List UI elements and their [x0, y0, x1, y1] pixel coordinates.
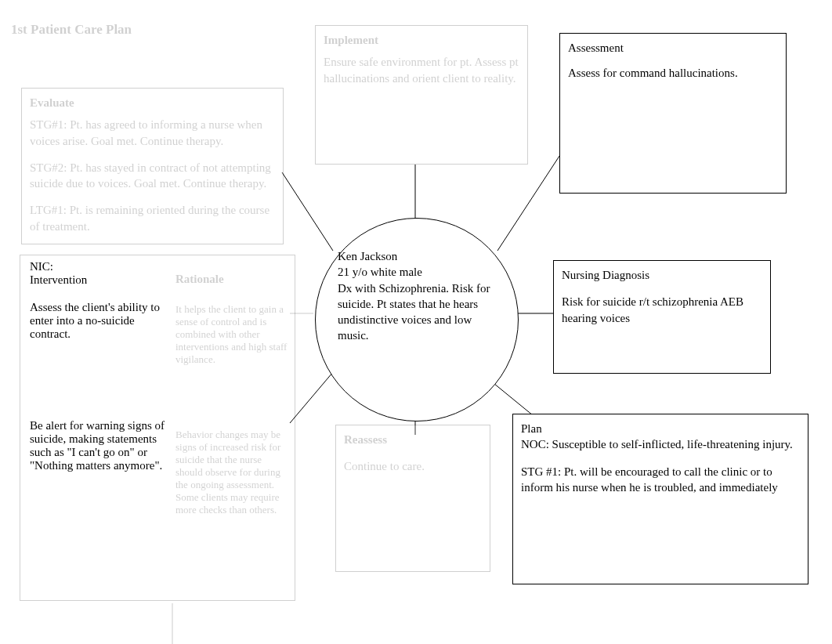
evaluate-box: Evaluate STG#1: Pt. has agreed to inform…: [21, 88, 284, 244]
rationale-r2: Behavior changes may be signs of increas…: [175, 429, 289, 516]
implement-box: Implement Ensure safe environment for pt…: [315, 25, 528, 165]
plan-title: 1st Patient Care Plan: [11, 22, 132, 38]
svg-line-5: [290, 372, 333, 423]
rationale-heading: Rationale: [175, 273, 289, 286]
rationale-column: Rationale It helps the client to gain a …: [175, 273, 289, 516]
patient-summary: Dx with Schizophrenia. Risk for suicide.…: [338, 280, 496, 344]
nursing-diagnosis-body: Risk for suicide r/t schizophrenia AEB h…: [562, 294, 762, 326]
patient-center: Ken Jackson 21 y/o white male Dx with Sc…: [315, 218, 519, 421]
plan-stg1: STG #1: Pt. will be encouraged to call t…: [521, 464, 800, 496]
evaluate-heading: Evaluate: [30, 95, 275, 110]
patient-demo: 21 y/o white male: [338, 264, 496, 280]
evaluate-ltg1: LTG#1: Pt. is remaining oriented during …: [30, 202, 275, 234]
nic-p2: Be alert for warning signs of suicide, m…: [30, 419, 171, 472]
nic-column: NIC: Intervention Assess the client's ab…: [30, 260, 171, 472]
assessment-body: Assess for command hallucinations.: [568, 65, 778, 81]
implement-body: Ensure safe environment for pt. Assess p…: [324, 54, 519, 86]
nursing-diagnosis-box: Nursing Diagnosis Risk for suicide r/t s…: [553, 260, 771, 374]
plan-box: Plan NOC: Susceptible to self-inflicted,…: [512, 414, 808, 584]
reassess-box: Reassess Continue to care.: [335, 425, 490, 572]
rationale-r1: It helps the client to gain a sense of c…: [175, 303, 289, 366]
nic-sub: Intervention: [30, 273, 171, 287]
svg-line-3: [490, 380, 533, 415]
plan-heading: Plan: [521, 421, 800, 436]
evaluate-stg1: STG#1: Pt. has agreed to informing a nur…: [30, 117, 275, 149]
plan-noc: NOC: Susceptible to self-inflicted, life…: [521, 436, 800, 452]
reassess-heading: Reassess: [344, 432, 482, 447]
evaluate-stg2: STG#2: Pt. has stayed in contract of not…: [30, 160, 275, 192]
nic-p1: Assess the client's ability to enter int…: [30, 301, 171, 341]
implement-heading: Implement: [324, 32, 519, 48]
nursing-diagnosis-heading: Nursing Diagnosis: [562, 267, 762, 283]
svg-line-7: [282, 172, 333, 251]
reassess-body: Continue to care.: [344, 458, 482, 474]
assessment-box: Assessment Assess for command hallucinat…: [559, 33, 787, 194]
patient-name: Ken Jackson: [338, 248, 496, 264]
assessment-heading: Assessment: [568, 40, 778, 56]
nic-heading: NIC:: [30, 260, 171, 273]
